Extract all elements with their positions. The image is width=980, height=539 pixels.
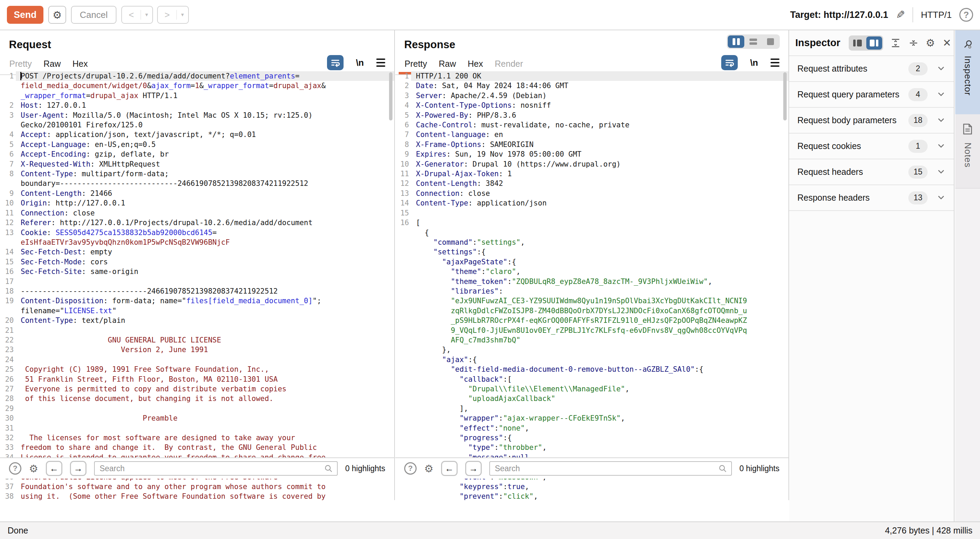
code-line: 12Referer: http://127.0.0.1/Projects/dru… xyxy=(0,218,394,228)
line-number: 27 xyxy=(0,384,16,394)
line-number: 2 xyxy=(395,81,411,90)
inspector-section-label: Request body parameters xyxy=(797,115,897,125)
back-arrow-icon: ← xyxy=(49,463,59,474)
line-number xyxy=(395,345,411,355)
code-line: 26 51 Franklin Street, Fifth Floor, Bost… xyxy=(0,374,394,384)
cancel-button[interactable]: Cancel xyxy=(71,6,116,24)
response-scrollbar[interactable] xyxy=(783,72,787,120)
line-number xyxy=(395,335,411,345)
code-line: 2Date: Sat, 04 May 2024 18:44:06 GMT xyxy=(395,81,788,90)
line-number xyxy=(395,267,411,276)
request-search-input[interactable] xyxy=(94,461,338,476)
line-number: 14 xyxy=(0,247,16,257)
word-wrap-toggle[interactable] xyxy=(327,55,344,70)
gear-icon[interactable]: ⚙ xyxy=(424,463,433,475)
inspector-section-request-body-parameters[interactable]: Request body parameters18 xyxy=(789,108,954,133)
request-panel-title: Request xyxy=(9,38,394,51)
line-number xyxy=(395,423,411,433)
line-number: 5 xyxy=(395,111,411,120)
line-number: 24 xyxy=(0,355,16,365)
side-tab-inspector[interactable]: Inspector xyxy=(955,30,980,114)
line-number xyxy=(395,326,411,335)
inspector-section-count-badge: 2 xyxy=(908,62,928,75)
expand-all-icon xyxy=(890,38,901,49)
code-line: "progress":{ xyxy=(395,433,788,442)
code-line: 30 Preamble xyxy=(0,413,394,423)
line-number: 22 xyxy=(0,335,16,345)
code-line: 22 GNU GENERAL PUBLIC LICENSE xyxy=(0,335,394,345)
menu-icon[interactable] xyxy=(770,59,780,67)
code-line: "theme":"claro", xyxy=(395,267,788,276)
layout-columns-icon[interactable] xyxy=(728,35,744,48)
line-number: 3 xyxy=(0,111,16,120)
search-prev-button[interactable]: ← xyxy=(46,461,62,476)
code-line: 1HTTP/1.1 200 OK xyxy=(395,71,788,81)
code-line: 9Expires: Sun, 19 Nov 1978 05:00:00 GMT xyxy=(395,149,788,159)
dock-left-icon[interactable] xyxy=(850,36,865,49)
line-number: 2 xyxy=(0,100,16,110)
layout-single-icon[interactable] xyxy=(762,35,779,48)
newline-toggle[interactable]: \n xyxy=(750,57,758,68)
request-editor[interactable]: 1POST /Projects/drupal-10.2.6/media/add/… xyxy=(0,70,394,500)
menu-icon[interactable] xyxy=(376,59,385,67)
code-line: 9Content-Length: 21466 xyxy=(0,189,394,198)
dock-right-icon[interactable] xyxy=(866,36,882,49)
code-line: 2Host: 127.0.0.1 xyxy=(0,100,394,110)
search-icon xyxy=(324,464,333,473)
line-number: 8 xyxy=(395,140,411,149)
send-settings-button[interactable]: ⚙ xyxy=(48,6,66,24)
code-line: 13Connection: close xyxy=(395,189,788,198)
inspector-section-count-badge: 15 xyxy=(908,166,928,179)
code-line: 18-----------------------------246619078… xyxy=(0,286,394,296)
word-wrap-toggle[interactable] xyxy=(721,55,738,70)
code-line: "theme_token":"ZQDBULqR8_eypZ8eA78_8azcT… xyxy=(395,277,788,286)
line-number xyxy=(395,384,411,394)
line-number xyxy=(395,296,411,306)
inspector-section-request-attributes[interactable]: Request attributes2 xyxy=(789,56,954,82)
next-request-button[interactable]: > ▾ xyxy=(157,6,189,24)
line-number: 10 xyxy=(395,159,411,169)
gear-icon[interactable]: ⚙ xyxy=(29,463,38,475)
inspector-section-request-query-parameters[interactable]: Request query parameters4 xyxy=(789,82,954,108)
line-number: 6 xyxy=(395,120,411,130)
expand-all-button[interactable] xyxy=(890,38,901,49)
newline-toggle[interactable]: \n xyxy=(356,57,364,68)
line-number: 38 xyxy=(0,491,16,500)
chevron-down-icon[interactable]: ▾ xyxy=(177,10,188,20)
close-icon[interactable]: ✕ xyxy=(942,37,951,49)
gear-icon[interactable]: ⚙ xyxy=(926,37,935,49)
inspector-section-request-headers[interactable]: Request headers15 xyxy=(789,159,954,185)
line-number: 28 xyxy=(0,394,16,403)
response-search-input[interactable] xyxy=(489,461,732,476)
chevron-down-icon[interactable]: ▾ xyxy=(141,10,152,20)
line-number: 13 xyxy=(0,228,16,238)
line-number: 15 xyxy=(395,208,411,218)
help-icon[interactable]: ? xyxy=(9,462,21,475)
response-editor[interactable]: 1HTTP/1.1 200 OK2Date: Sat, 04 May 2024 … xyxy=(395,70,788,500)
collapse-all-button[interactable] xyxy=(908,38,919,49)
line-number xyxy=(395,365,411,374)
line-number xyxy=(395,482,411,491)
send-button[interactable]: Send xyxy=(7,6,43,24)
line-number: 14 xyxy=(395,198,411,208)
help-icon[interactable]: ? xyxy=(959,8,973,22)
request-search-bar: ? ⚙ ← → 0 highlights xyxy=(0,457,394,479)
code-line: "command":"settings", xyxy=(395,238,788,247)
http-version-label[interactable]: HTTP/1 xyxy=(921,10,952,20)
side-tab-notes[interactable]: Notes xyxy=(955,114,980,189)
inspector-section-request-cookies[interactable]: Request cookies1 xyxy=(789,133,954,159)
line-number: 10 xyxy=(0,198,16,208)
line-number xyxy=(395,433,411,442)
code-line: 14Sec-Fetch-Dest: empty xyxy=(0,247,394,257)
inspector-section-response-headers[interactable]: Response headers13 xyxy=(789,185,954,211)
line-number: 8 xyxy=(0,169,16,179)
help-icon[interactable]: ? xyxy=(404,462,417,475)
code-line: 10Origin: http://127.0.0.1 xyxy=(0,198,394,208)
edit-target-button[interactable]: ✎ xyxy=(896,8,905,21)
request-scrollbar[interactable] xyxy=(389,72,393,120)
layout-rows-icon[interactable] xyxy=(745,35,762,48)
search-next-button[interactable]: → xyxy=(70,461,86,476)
search-prev-button[interactable]: ← xyxy=(441,461,458,476)
search-next-button[interactable]: → xyxy=(465,461,482,476)
previous-request-button[interactable]: < ▾ xyxy=(121,6,153,24)
